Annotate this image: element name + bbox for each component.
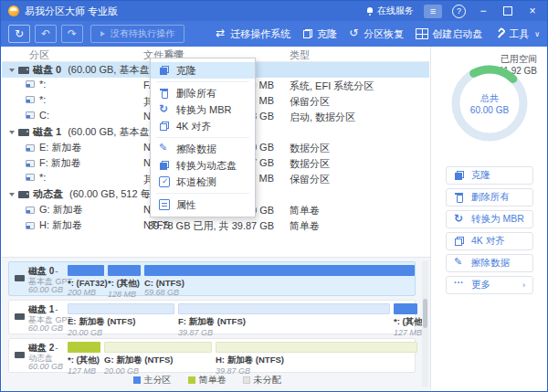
sidebar-clone-button[interactable]: 克隆 [446, 166, 533, 185]
partition-bar[interactable] [144, 265, 415, 276]
type-cell: 启动, 数据分区 [290, 111, 355, 124]
header-type: 类型 [290, 48, 310, 62]
partition-bar[interactable] [68, 303, 174, 314]
minimize-icon[interactable]: − [476, 5, 490, 16]
disk-icon [18, 129, 29, 136]
migrate-os-button[interactable]: 迁移操作系统 [216, 27, 290, 41]
partition-bar[interactable] [104, 342, 212, 353]
legend-label: 主分区 [144, 374, 172, 387]
disk-map-partition[interactable]: G: 新加卷 (NTFS) 20.00 GB [104, 342, 212, 376]
menu-item-surface-test[interactable]: 坏道检测 [151, 174, 255, 190]
refresh-icon[interactable]: ↻ [8, 25, 30, 43]
chevron-down-icon: ∨ [534, 30, 540, 38]
delete-all-icon [159, 88, 170, 99]
menu-item-properties[interactable]: 属性 [151, 196, 255, 213]
partition-bar[interactable] [216, 342, 417, 353]
partition-bar[interactable] [68, 342, 100, 353]
disk-map-partition[interactable]: *: (其他) 127 MB [68, 342, 100, 376]
partition-label: *: (FAT32) [68, 278, 104, 288]
menu-item-clone[interactable]: 克隆 [151, 62, 255, 79]
collapse-caret-icon[interactable] [9, 193, 15, 199]
menu-separator [156, 81, 249, 82]
sidebar-convert-mbr-button[interactable]: 转换为 MBR [446, 210, 533, 228]
clone-icon [454, 170, 465, 181]
partition-icon [26, 207, 35, 214]
disk-map-partition[interactable]: H: 新加卷 (NTFS) 39.87 GB [216, 342, 417, 376]
sidebar-delete-all-button[interactable]: 删除所有 [446, 188, 533, 207]
capacity-cell: 39.78 GB 已用, 共 39.87 GB [148, 219, 274, 233]
menu-separator [156, 137, 249, 138]
clone-icon [302, 28, 313, 39]
disk-map-size: 60.00 GB [28, 285, 63, 294]
partition-bar[interactable] [108, 265, 141, 276]
collapse-caret-icon[interactable] [9, 69, 15, 75]
disk-map-legend: 主分区 简单卷 未分配 [2, 374, 412, 387]
create-bootable-button[interactable]: 创建启动盘 [416, 27, 482, 41]
menu-item-label: 4K 对齐 [176, 120, 212, 133]
partition-label: F: 新加卷 (NTFS) [178, 316, 390, 328]
sidebar-button-label: 更多 [471, 279, 490, 291]
table-row[interactable]: H: 新加卷 NTFS 39.78 GB 已用, 共 39.87 GB 简单卷 [2, 217, 429, 233]
partition-icon [26, 174, 35, 181]
undo-icon[interactable]: ↶ [35, 25, 57, 43]
disk-map-partition[interactable]: F: 新加卷 (NTFS) 39.87 GB [178, 303, 390, 337]
type-cell: 数据分区 [290, 157, 330, 171]
tools-button[interactable]: 工具 ∨ [494, 27, 540, 41]
partition-name-cell: E: 新加卷 [39, 141, 81, 154]
partition-bar[interactable] [178, 303, 390, 314]
menu-item-wipe-data[interactable]: 擦除数据 [151, 141, 255, 157]
redo-icon[interactable]: ↷ [61, 25, 83, 43]
titlebar-controls: 在线服务 ≡ ? − × [366, 5, 540, 18]
menu-item-convert-mbr[interactable]: 转换为 MBR [151, 101, 255, 118]
partition-icon [26, 222, 35, 229]
partition-bar[interactable] [68, 265, 104, 276]
help-icon[interactable]: ? [452, 5, 466, 18]
right-sidebar: 已用空间 11.92 GB 总共 60.00 GB 克隆 删除所有 转换为 MB… [430, 47, 548, 390]
maximize-icon[interactable] [501, 6, 515, 16]
online-service-button[interactable]: 在线服务 [366, 5, 414, 17]
sidebar-button-label: 删除所有 [471, 191, 510, 204]
disk-map-partition[interactable]: E: 新加卷 (NTFS) 20.00 GB [68, 303, 174, 337]
sidebar-button-label: 擦除数据 [471, 257, 510, 270]
legend-label: 未分配 [254, 374, 281, 387]
menu-item-4k-align[interactable]: 4K 对齐 [151, 118, 255, 134]
partition-recovery-icon [349, 28, 360, 39]
menu-item-label: 属性 [176, 198, 196, 212]
partition-icon [26, 160, 35, 167]
scrollbar-thumb[interactable] [423, 299, 427, 328]
migrate-os-icon [216, 28, 227, 39]
disk-map-partition[interactable]: *: (FAT32) 200 MB [68, 265, 104, 297]
pending-operations-button[interactable]: 没有待执行操作 [90, 25, 184, 43]
sidebar-wipe-data-button[interactable]: 擦除数据 [446, 254, 533, 272]
disk-map-card-1[interactable]: 磁盘 1 基本盘 GPT 60.00 GB E: 新加卷 (NTFS) 20.0… [8, 300, 416, 334]
disk-icon [15, 352, 25, 358]
disk-map-partition[interactable]: *: (其他) 128 MB [108, 265, 141, 299]
disk-icon [18, 191, 29, 198]
partition-icon [26, 144, 35, 152]
sidebar-4k-align-button[interactable]: 4K 对齐 [446, 232, 533, 250]
header-partition: 分区 [29, 48, 49, 62]
wipe-data-icon [159, 143, 170, 154]
more-icon [454, 280, 465, 291]
app-window: 易我分区大师 专业版 在线服务 ≡ ? − × ↻ ↶ ↷ 没有待执行操作 迁移… [0, 0, 548, 392]
play-icon [100, 31, 105, 37]
sidebar-more-button[interactable]: 更多 › [446, 276, 533, 294]
disk-map-card-0[interactable]: 磁盘 0 基本盘 GPT 60.00 GB *: (FAT32) 200 MB … [8, 261, 416, 296]
disk-map-card-2[interactable]: 磁盘 2 动态盘 60.00 GB *: (其他) 127 MB G: 新加卷 … [8, 338, 416, 373]
type-cell: 系统, EFI 系统分区 [290, 79, 374, 93]
disk-map-scrollbar[interactable] [422, 260, 428, 387]
bell-icon [366, 7, 374, 16]
disk-map-partition[interactable]: C: (NTFS) 59.68 GB [144, 265, 415, 297]
partition-recovery-button[interactable]: 分区恢复 [349, 27, 404, 41]
menu-item-convert-dynamic[interactable]: 转换为动态盘 [151, 157, 255, 174]
disk-map-partition[interactable]: *: (其他) 127 MB [394, 303, 417, 337]
partition-icon [26, 80, 35, 88]
clone-button[interactable]: 克隆 [302, 27, 337, 41]
menu-item-delete-all[interactable]: 删除所有 [151, 85, 255, 101]
close-icon[interactable]: × [525, 5, 540, 16]
hamburger-menu-icon[interactable]: ≡ [424, 5, 442, 18]
partition-size: 39.87 GB [178, 328, 390, 337]
type-cell: 保留分区 [290, 95, 330, 109]
collapse-caret-icon[interactable] [9, 131, 15, 137]
partition-bar[interactable] [394, 303, 417, 314]
